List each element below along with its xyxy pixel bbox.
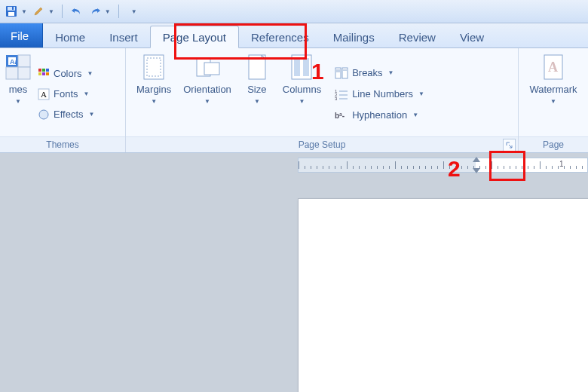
fonts-icon: A (38, 88, 50, 100)
hanging-indent-marker[interactable] (473, 168, 480, 173)
svg-rect-1 (8, 7, 15, 11)
hyphenation-icon: bª‑ (335, 109, 348, 121)
pencil-dropdown-icon[interactable]: ▼ (48, 8, 54, 15)
annotation-box-2 (489, 151, 525, 181)
effects-icon (38, 109, 50, 121)
pencil-icon[interactable] (32, 5, 45, 18)
orientation-button[interactable]: Orientation ▼ (177, 51, 237, 136)
chevron-down-icon: ▼ (418, 90, 424, 97)
watermark-icon: A (540, 53, 567, 81)
line-numbers-icon: 123 (335, 88, 348, 100)
breaks-icon (335, 67, 348, 79)
annotation-number-1: 1 (311, 59, 324, 84)
svg-text:bª‑: bª‑ (335, 112, 345, 120)
redo-dropdown-icon[interactable]: ▼ (105, 8, 111, 15)
ruler-ticks (299, 158, 587, 172)
theme-fonts-button[interactable]: A Fonts▼ (35, 85, 97, 103)
chevron-down-icon: ▼ (15, 98, 21, 105)
margins-button[interactable]: Margins ▼ (130, 51, 177, 136)
redo-icon[interactable] (88, 5, 102, 18)
chevron-down-icon: ▼ (412, 112, 418, 118)
save-dropdown-icon[interactable]: ▼ (21, 8, 27, 15)
chevron-down-icon: ▼ (89, 111, 95, 118)
document-page[interactable] (298, 198, 588, 392)
group-label-page-setup: Page Setup (126, 136, 518, 152)
annotation-number-2: 2 (448, 156, 461, 182)
margins-icon (140, 53, 167, 81)
ribbon: Aa mes ▼ Colors▼ A Fonts▼ Effects▼ (0, 48, 588, 153)
svg-rect-8 (6, 67, 18, 79)
svg-rect-9 (18, 67, 30, 79)
group-themes: Aa mes ▼ Colors▼ A Fonts▼ Effects▼ (0, 48, 126, 152)
qat-separator (62, 5, 63, 18)
svg-text:A: A (548, 60, 558, 75)
svg-rect-26 (303, 58, 309, 76)
svg-rect-25 (294, 58, 300, 76)
tab-review[interactable]: Review (387, 26, 448, 47)
chevron-down-icon: ▼ (84, 90, 90, 97)
group-label-themes: Themes (0, 136, 125, 152)
horizontal-ruler[interactable]: 1 (298, 158, 588, 173)
watermark-button[interactable]: A Watermark ▼ (523, 51, 583, 136)
document-area: 1 (0, 153, 588, 392)
svg-rect-28 (342, 68, 348, 78)
svg-rect-12 (46, 69, 49, 72)
svg-rect-7 (18, 55, 30, 67)
undo-icon[interactable] (70, 5, 84, 18)
chevron-down-icon: ▼ (550, 98, 556, 105)
theme-effects-button[interactable]: Effects▼ (35, 106, 97, 124)
svg-rect-13 (38, 72, 41, 75)
chevron-down-icon: ▼ (151, 98, 157, 105)
tab-home[interactable]: Home (43, 26, 97, 47)
svg-rect-11 (42, 69, 45, 72)
qat-separator-2 (118, 5, 119, 18)
svg-rect-15 (46, 72, 49, 75)
tab-view[interactable]: View (448, 26, 496, 47)
svg-rect-14 (42, 72, 45, 75)
page-setup-dialog-launcher[interactable] (503, 139, 516, 152)
chevron-down-icon: ▼ (388, 69, 394, 76)
svg-rect-3 (12, 7, 14, 10)
group-page-background: A Watermark ▼ Page (519, 48, 588, 152)
svg-text:3: 3 (335, 96, 338, 100)
themes-icon: Aa (5, 53, 32, 81)
hyphenation-button[interactable]: bª‑ Hyphenation▼ (332, 106, 427, 124)
annotation-box-1 (174, 23, 307, 60)
file-tab-label: File (11, 29, 29, 42)
tab-mailings[interactable]: Mailings (321, 26, 387, 47)
ruler-number: 1 (559, 160, 564, 168)
svg-rect-22 (204, 63, 219, 75)
chevron-down-icon: ▼ (254, 98, 260, 105)
quick-access-toolbar: ▼ ▼ ▼ ▼ (0, 0, 588, 23)
chevron-down-icon: ▼ (299, 98, 305, 105)
group-label-page-bg: Page (519, 136, 588, 152)
tab-insert[interactable]: Insert (97, 26, 150, 47)
theme-colors-button[interactable]: Colors▼ (35, 65, 97, 83)
svg-rect-27 (335, 68, 341, 78)
size-button[interactable]: Size ▼ (237, 51, 277, 136)
save-icon[interactable] (5, 5, 18, 18)
breaks-button[interactable]: Breaks▼ (332, 64, 427, 82)
file-tab[interactable]: File (0, 23, 43, 47)
svg-text:A: A (41, 90, 47, 99)
chevron-down-icon: ▼ (87, 70, 93, 77)
svg-point-18 (39, 110, 48, 119)
colors-icon (38, 68, 50, 80)
qat-customize-icon[interactable]: ▼ (131, 8, 137, 15)
themes-button[interactable]: Aa mes ▼ (5, 51, 35, 136)
svg-rect-2 (8, 12, 14, 16)
first-line-indent-marker[interactable] (473, 157, 480, 162)
chevron-down-icon: ▼ (204, 98, 210, 105)
line-numbers-button[interactable]: 123 Line Numbers▼ (332, 85, 427, 103)
svg-rect-10 (38, 69, 41, 72)
